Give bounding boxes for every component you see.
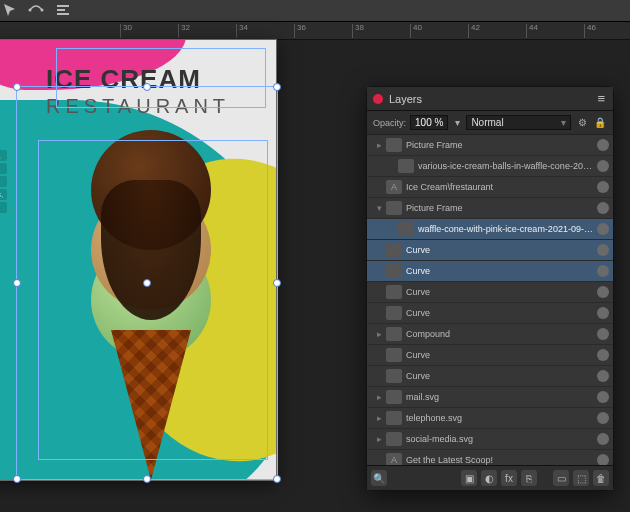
inner-selection-2 bbox=[56, 48, 266, 108]
svg-point-1 bbox=[41, 9, 44, 12]
resize-handle-sw[interactable] bbox=[13, 475, 21, 483]
svg-rect-3 bbox=[57, 9, 65, 11]
layer-name[interactable]: Get the Latest Scoop! bbox=[406, 455, 593, 465]
visibility-toggle[interactable] bbox=[597, 160, 609, 172]
visibility-toggle[interactable] bbox=[597, 370, 609, 382]
layer-name[interactable]: waffle-cone-with-pink-ice-cream-2021-09-… bbox=[418, 224, 593, 234]
opacity-step-down[interactable]: ▾ bbox=[452, 117, 462, 128]
panel-title: Layers bbox=[389, 93, 595, 105]
add-layer-icon[interactable]: ▣ bbox=[461, 470, 477, 486]
layer-name[interactable]: Curve bbox=[406, 371, 593, 381]
ruler-tick: 44 bbox=[526, 24, 527, 38]
visibility-toggle[interactable] bbox=[597, 391, 609, 403]
layer-row[interactable]: Curve bbox=[367, 261, 613, 282]
layer-row[interactable]: Curve bbox=[367, 282, 613, 303]
tool-node-icon[interactable] bbox=[28, 2, 46, 20]
layer-lock-icon[interactable]: 🔒 bbox=[593, 117, 607, 128]
layer-row[interactable]: waffle-cone-with-pink-ice-cream-2021-09-… bbox=[367, 219, 613, 240]
visibility-toggle[interactable] bbox=[597, 139, 609, 151]
layer-thumbnail bbox=[386, 390, 402, 404]
layer-thumbnail bbox=[398, 222, 414, 236]
panel-close-icon[interactable] bbox=[373, 94, 383, 104]
layer-name[interactable]: Picture Frame bbox=[406, 140, 593, 150]
layer-row[interactable]: ▸Picture Frame bbox=[367, 135, 613, 156]
ruler-tick: 38 bbox=[352, 24, 353, 38]
layer-row[interactable]: various-ice-cream-balls-in-waffle-cone-2… bbox=[367, 156, 613, 177]
delete-layer-icon[interactable]: 🗑 bbox=[593, 470, 609, 486]
link-layer-icon[interactable]: ⎘ bbox=[521, 470, 537, 486]
resize-handle-ne[interactable] bbox=[273, 83, 281, 91]
svg-rect-2 bbox=[57, 5, 69, 7]
clip-layer-icon[interactable]: ⬚ bbox=[573, 470, 589, 486]
svg-rect-4 bbox=[57, 13, 69, 15]
opacity-row: Opacity: 100 % ▾ Normal ⚙ 🔒 bbox=[367, 111, 613, 135]
visibility-toggle[interactable] bbox=[597, 286, 609, 298]
layer-name[interactable]: mail.svg bbox=[406, 392, 593, 402]
visibility-toggle[interactable] bbox=[597, 223, 609, 235]
disclosure-arrow-icon[interactable]: ▸ bbox=[377, 434, 386, 444]
layer-name[interactable]: telephone.svg bbox=[406, 413, 593, 423]
layer-name[interactable]: various-ice-cream-balls-in-waffle-cone-2… bbox=[418, 161, 593, 171]
visibility-toggle[interactable] bbox=[597, 244, 609, 256]
layer-thumbnail bbox=[386, 138, 402, 152]
layer-thumbnail bbox=[386, 306, 402, 320]
visibility-toggle[interactable] bbox=[597, 202, 609, 214]
layer-row[interactable]: Curve bbox=[367, 303, 613, 324]
panel-menu-icon[interactable]: ≡ bbox=[595, 91, 607, 106]
resize-handle-w[interactable] bbox=[13, 279, 21, 287]
fx-layer-icon[interactable]: fx bbox=[501, 470, 517, 486]
visibility-toggle[interactable] bbox=[597, 433, 609, 445]
resize-handle-se[interactable] bbox=[273, 475, 281, 483]
layer-name[interactable]: Curve bbox=[406, 266, 593, 276]
layer-thumbnail bbox=[398, 159, 414, 173]
layer-row[interactable]: Curve bbox=[367, 345, 613, 366]
blend-mode-select[interactable]: Normal bbox=[466, 115, 571, 130]
visibility-toggle[interactable] bbox=[597, 181, 609, 193]
layer-name[interactable]: Curve bbox=[406, 350, 593, 360]
layer-name[interactable]: Curve bbox=[406, 308, 593, 318]
group-layer-icon[interactable]: ▭ bbox=[553, 470, 569, 486]
layer-row[interactable]: ▸Compound bbox=[367, 324, 613, 345]
resize-handle-s[interactable] bbox=[143, 475, 151, 483]
visibility-toggle[interactable] bbox=[597, 307, 609, 319]
disclosure-arrow-icon[interactable]: ▸ bbox=[377, 413, 386, 423]
visibility-toggle[interactable] bbox=[597, 349, 609, 361]
visibility-toggle[interactable] bbox=[597, 328, 609, 340]
layer-name[interactable]: Curve bbox=[406, 245, 593, 255]
mask-layer-icon[interactable]: ◐ bbox=[481, 470, 497, 486]
layer-options-gear-icon[interactable]: ⚙ bbox=[575, 117, 589, 128]
layer-row[interactable]: Curve bbox=[367, 366, 613, 387]
layer-name[interactable]: Ice Cream\frestaurant bbox=[406, 182, 593, 192]
visibility-toggle[interactable] bbox=[597, 454, 609, 465]
layer-thumbnail bbox=[386, 348, 402, 362]
layer-name[interactable]: Compound bbox=[406, 329, 593, 339]
resize-handle-nw[interactable] bbox=[13, 83, 21, 91]
layer-name[interactable]: Picture Frame bbox=[406, 203, 593, 213]
layer-row[interactable]: ▸social-media.svg bbox=[367, 429, 613, 450]
layer-row[interactable]: ▸mail.svg bbox=[367, 387, 613, 408]
ruler-tick: 36 bbox=[294, 24, 295, 38]
layer-row[interactable]: Curve bbox=[367, 240, 613, 261]
ruler-tick: 42 bbox=[468, 24, 469, 38]
layers-panel-header[interactable]: Layers ≡ bbox=[367, 87, 613, 111]
layer-name[interactable]: Curve bbox=[406, 287, 593, 297]
layer-row[interactable]: AGet the Latest Scoop! bbox=[367, 450, 613, 465]
opacity-label: Opacity: bbox=[373, 118, 406, 128]
layer-row[interactable]: ▾Picture Frame bbox=[367, 198, 613, 219]
visibility-toggle[interactable] bbox=[597, 412, 609, 424]
disclosure-arrow-icon[interactable]: ▸ bbox=[377, 392, 386, 402]
search-layers-icon[interactable]: 🔍 bbox=[371, 470, 387, 486]
disclosure-arrow-icon[interactable]: ▸ bbox=[377, 140, 386, 150]
resize-handle-e[interactable] bbox=[273, 279, 281, 287]
layer-name[interactable]: social-media.svg bbox=[406, 434, 593, 444]
disclosure-arrow-icon[interactable]: ▸ bbox=[377, 329, 386, 339]
layers-panel[interactable]: Layers ≡ Opacity: 100 % ▾ Normal ⚙ 🔒 ▸Pi… bbox=[366, 86, 614, 491]
visibility-toggle[interactable] bbox=[597, 265, 609, 277]
tool-align-icon[interactable] bbox=[55, 2, 73, 20]
opacity-value[interactable]: 100 % bbox=[410, 115, 448, 130]
ruler-tick: 46 bbox=[584, 24, 585, 38]
tool-selection-icon[interactable] bbox=[2, 2, 20, 20]
layer-row[interactable]: ▸telephone.svg bbox=[367, 408, 613, 429]
disclosure-arrow-icon[interactable]: ▾ bbox=[377, 203, 386, 213]
layer-row[interactable]: AIce Cream\frestaurant bbox=[367, 177, 613, 198]
